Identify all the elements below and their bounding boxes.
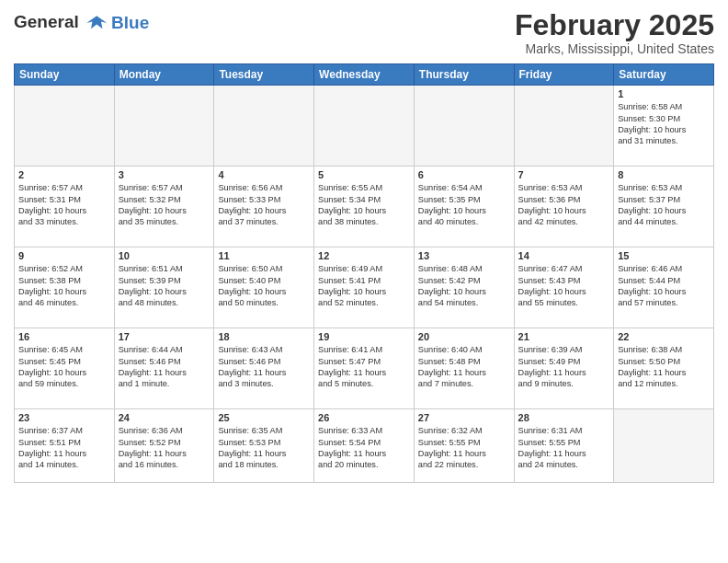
day-number: 17 — [119, 331, 210, 342]
day-number: 8 — [618, 169, 710, 180]
day-info: Sunrise: 6:50 AMSunset: 5:40 PMDaylight:… — [218, 263, 310, 309]
day-number: 14 — [518, 250, 610, 261]
day-info: Sunrise: 6:32 AMSunset: 5:55 PMDaylight:… — [418, 425, 510, 471]
logo-blue: Blue — [111, 13, 149, 33]
day-cell: 4Sunrise: 6:56 AMSunset: 5:33 PMDaylight… — [214, 167, 314, 247]
day-number: 20 — [418, 331, 510, 342]
day-info: Sunrise: 6:57 AMSunset: 5:32 PMDaylight:… — [119, 182, 210, 228]
day-info: Sunrise: 6:51 AMSunset: 5:39 PMDaylight:… — [119, 263, 210, 309]
day-number: 28 — [518, 412, 610, 423]
day-cell: 8Sunrise: 6:53 AMSunset: 5:37 PMDaylight… — [614, 167, 714, 247]
day-number: 2 — [18, 169, 110, 180]
col-sunday: Sunday — [15, 64, 115, 86]
day-cell — [614, 409, 714, 483]
title-block: February 2025 Marks, Mississippi, United… — [515, 9, 714, 56]
day-cell: 6Sunrise: 6:54 AMSunset: 5:35 PMDaylight… — [414, 167, 514, 247]
day-cell: 26Sunrise: 6:33 AMSunset: 5:54 PMDayligh… — [314, 409, 415, 483]
calendar: Sunday Monday Tuesday Wednesday Thursday… — [14, 63, 714, 483]
day-cell: 16Sunrise: 6:45 AMSunset: 5:45 PMDayligh… — [15, 328, 115, 409]
day-info: Sunrise: 6:38 AMSunset: 5:50 PMDaylight:… — [618, 344, 710, 390]
day-cell: 27Sunrise: 6:32 AMSunset: 5:55 PMDayligh… — [414, 409, 514, 483]
week-row-1: 1Sunrise: 6:58 AMSunset: 5:30 PMDaylight… — [15, 86, 714, 167]
day-cell: 19Sunrise: 6:41 AMSunset: 5:47 PMDayligh… — [314, 328, 415, 409]
day-number: 26 — [318, 412, 410, 423]
day-number: 25 — [218, 412, 310, 423]
logo-bird-icon — [85, 13, 109, 33]
day-info: Sunrise: 6:49 AMSunset: 5:41 PMDaylight:… — [318, 263, 410, 309]
day-number: 1 — [618, 88, 710, 99]
day-cell: 24Sunrise: 6:36 AMSunset: 5:52 PMDayligh… — [114, 409, 214, 483]
day-number: 6 — [418, 169, 510, 180]
day-cell — [414, 86, 514, 167]
day-info: Sunrise: 6:31 AMSunset: 5:55 PMDaylight:… — [518, 425, 610, 471]
day-info: Sunrise: 6:48 AMSunset: 5:42 PMDaylight:… — [418, 263, 510, 309]
day-number: 7 — [518, 169, 610, 180]
day-cell: 11Sunrise: 6:50 AMSunset: 5:40 PMDayligh… — [214, 247, 314, 328]
day-info: Sunrise: 6:35 AMSunset: 5:53 PMDaylight:… — [218, 425, 310, 471]
day-cell: 15Sunrise: 6:46 AMSunset: 5:44 PMDayligh… — [614, 247, 714, 328]
day-cell: 25Sunrise: 6:35 AMSunset: 5:53 PMDayligh… — [214, 409, 314, 483]
col-friday: Friday — [514, 64, 614, 86]
day-cell: 14Sunrise: 6:47 AMSunset: 5:43 PMDayligh… — [514, 247, 614, 328]
day-info: Sunrise: 6:36 AMSunset: 5:52 PMDaylight:… — [119, 425, 210, 471]
week-row-2: 2Sunrise: 6:57 AMSunset: 5:31 PMDaylight… — [15, 167, 714, 247]
day-cell: 12Sunrise: 6:49 AMSunset: 5:41 PMDayligh… — [314, 247, 415, 328]
day-number: 5 — [318, 169, 410, 180]
day-info: Sunrise: 6:39 AMSunset: 5:49 PMDaylight:… — [518, 344, 610, 390]
day-info: Sunrise: 6:54 AMSunset: 5:35 PMDaylight:… — [418, 182, 510, 228]
day-info: Sunrise: 6:40 AMSunset: 5:48 PMDaylight:… — [418, 344, 510, 390]
day-cell: 28Sunrise: 6:31 AMSunset: 5:55 PMDayligh… — [514, 409, 614, 483]
day-cell: 3Sunrise: 6:57 AMSunset: 5:32 PMDaylight… — [114, 167, 214, 247]
day-number: 23 — [18, 412, 110, 423]
page: General Blue February 2025 Marks, Missis… — [0, 0, 728, 563]
day-info: Sunrise: 6:53 AMSunset: 5:37 PMDaylight:… — [618, 182, 710, 228]
day-cell: 2Sunrise: 6:57 AMSunset: 5:31 PMDaylight… — [15, 167, 115, 247]
day-info: Sunrise: 6:46 AMSunset: 5:44 PMDaylight:… — [618, 263, 710, 309]
logo-general: General — [14, 12, 79, 31]
day-cell — [15, 86, 115, 167]
logo: General Blue — [14, 13, 149, 33]
day-cell: 7Sunrise: 6:53 AMSunset: 5:36 PMDaylight… — [514, 167, 614, 247]
day-number: 19 — [318, 331, 410, 342]
day-number: 27 — [418, 412, 510, 423]
week-row-5: 23Sunrise: 6:37 AMSunset: 5:51 PMDayligh… — [15, 409, 714, 483]
day-info: Sunrise: 6:56 AMSunset: 5:33 PMDaylight:… — [218, 182, 310, 228]
day-cell: 9Sunrise: 6:52 AMSunset: 5:38 PMDaylight… — [15, 247, 115, 328]
day-number: 16 — [18, 331, 110, 342]
col-tuesday: Tuesday — [214, 64, 314, 86]
day-info: Sunrise: 6:44 AMSunset: 5:46 PMDaylight:… — [119, 344, 210, 390]
location: Marks, Mississippi, United States — [515, 41, 714, 56]
day-number: 12 — [318, 250, 410, 261]
day-info: Sunrise: 6:43 AMSunset: 5:46 PMDaylight:… — [218, 344, 310, 390]
col-thursday: Thursday — [414, 64, 514, 86]
day-cell — [314, 86, 415, 167]
day-number: 9 — [18, 250, 110, 261]
day-cell: 13Sunrise: 6:48 AMSunset: 5:42 PMDayligh… — [414, 247, 514, 328]
week-row-3: 9Sunrise: 6:52 AMSunset: 5:38 PMDaylight… — [15, 247, 714, 328]
day-info: Sunrise: 6:37 AMSunset: 5:51 PMDaylight:… — [18, 425, 110, 471]
col-monday: Monday — [114, 64, 214, 86]
day-cell — [114, 86, 214, 167]
day-number: 3 — [119, 169, 210, 180]
day-cell: 5Sunrise: 6:55 AMSunset: 5:34 PMDaylight… — [314, 167, 415, 247]
day-number: 11 — [218, 250, 310, 261]
day-info: Sunrise: 6:57 AMSunset: 5:31 PMDaylight:… — [18, 182, 110, 228]
col-wednesday: Wednesday — [314, 64, 415, 86]
day-cell: 1Sunrise: 6:58 AMSunset: 5:30 PMDaylight… — [614, 86, 714, 167]
day-cell: 20Sunrise: 6:40 AMSunset: 5:48 PMDayligh… — [414, 328, 514, 409]
day-info: Sunrise: 6:58 AMSunset: 5:30 PMDaylight:… — [618, 101, 710, 147]
day-cell: 23Sunrise: 6:37 AMSunset: 5:51 PMDayligh… — [15, 409, 115, 483]
day-number: 24 — [119, 412, 210, 423]
day-info: Sunrise: 6:33 AMSunset: 5:54 PMDaylight:… — [318, 425, 410, 471]
day-cell: 21Sunrise: 6:39 AMSunset: 5:49 PMDayligh… — [514, 328, 614, 409]
day-cell: 22Sunrise: 6:38 AMSunset: 5:50 PMDayligh… — [614, 328, 714, 409]
day-info: Sunrise: 6:45 AMSunset: 5:45 PMDaylight:… — [18, 344, 110, 390]
day-info: Sunrise: 6:53 AMSunset: 5:36 PMDaylight:… — [518, 182, 610, 228]
day-cell — [514, 86, 614, 167]
calendar-header-row: Sunday Monday Tuesday Wednesday Thursday… — [15, 64, 714, 86]
svg-marker-0 — [86, 16, 107, 29]
day-cell — [214, 86, 314, 167]
day-cell: 10Sunrise: 6:51 AMSunset: 5:39 PMDayligh… — [114, 247, 214, 328]
week-row-4: 16Sunrise: 6:45 AMSunset: 5:45 PMDayligh… — [15, 328, 714, 409]
day-number: 21 — [518, 331, 610, 342]
